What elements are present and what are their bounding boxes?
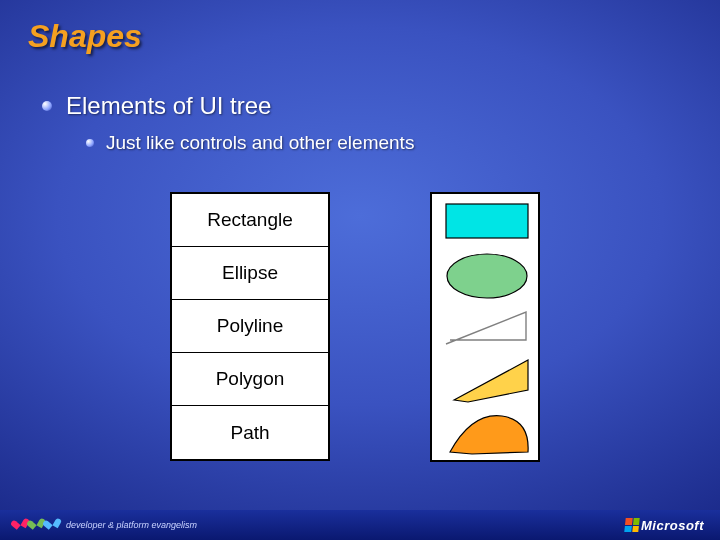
shape-label: Path <box>172 406 328 459</box>
bullet-text: Just like controls and other elements <box>106 132 414 154</box>
path-shape-icon <box>450 416 528 454</box>
polygon-shape-icon <box>454 360 528 402</box>
rectangle-shape-icon <box>446 204 528 238</box>
slide-title: Shapes <box>28 18 142 55</box>
shape-label-table: Rectangle Ellipse Polyline Polygon Path <box>170 192 330 461</box>
shapes-svg <box>432 194 542 464</box>
footer-tagline: developer & platform evangelism <box>66 520 197 530</box>
heart-icon <box>47 519 59 531</box>
shape-label: Polyline <box>172 300 328 353</box>
heart-icon <box>31 519 43 531</box>
shape-label: Polygon <box>172 353 328 406</box>
bullet-level-2: Just like controls and other elements <box>86 132 414 154</box>
heart-icon <box>15 519 27 531</box>
ellipse-shape-icon <box>447 254 527 298</box>
bullet-icon <box>42 101 52 111</box>
bullet-text: Elements of UI tree <box>66 92 271 120</box>
microsoft-text: Microsoft <box>641 518 704 533</box>
microsoft-flag-icon <box>624 518 639 532</box>
footer: developer & platform evangelism Microsof… <box>0 510 720 540</box>
shape-label: Rectangle <box>172 194 328 247</box>
microsoft-logo: Microsoft <box>625 518 704 533</box>
bullet-level-1: Elements of UI tree <box>42 92 271 120</box>
shape-label: Ellipse <box>172 247 328 300</box>
bullet-icon <box>86 139 94 147</box>
footer-left: developer & platform evangelism <box>16 520 197 530</box>
polyline-shape-icon <box>446 312 526 344</box>
shape-preview-panel <box>430 192 540 462</box>
